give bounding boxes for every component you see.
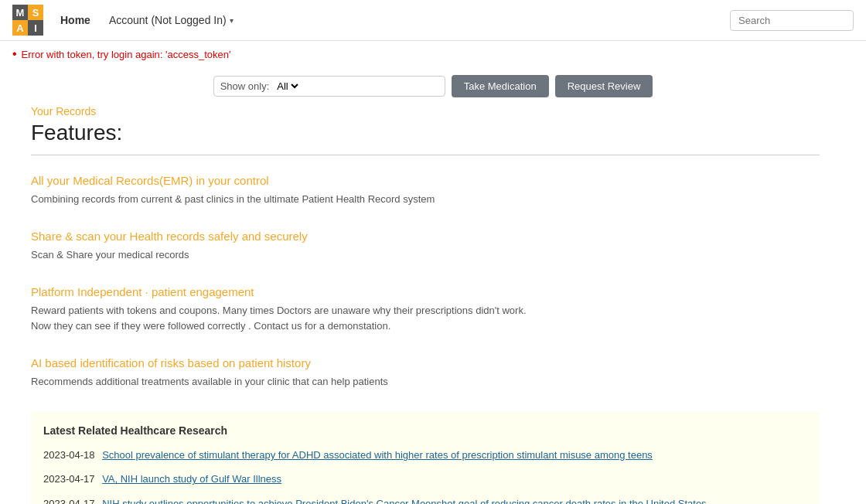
feature-item-4: AI based identification of risks based o… [31,356,820,390]
action-bar: Show only: All Take Medication Request R… [0,67,866,105]
research-item-3: 2023-04-17 NIH study outlines opportunit… [43,496,807,504]
nav-account-label: Account (Not Logged In) [109,14,227,26]
feature-title-3[interactable]: Platform Independent · patient engagemen… [31,285,820,298]
feature-desc-4: Recommends additional treatments availab… [31,374,820,390]
nav-account-dropdown[interactable]: Account (Not Logged In) ▾ [101,11,241,29]
logo-cell-m: M [12,5,28,20]
nav-links: Home Account (Not Logged In) ▾ [53,11,730,29]
feature-desc-2: Scan & Share your medical records [31,247,820,264]
error-dot-icon: • [12,47,17,61]
research-link-1[interactable]: School prevalence of stimulant therapy f… [102,449,653,461]
logo-cell-s: S [28,5,43,20]
request-review-button[interactable]: Request Review [555,75,653,97]
research-link-2[interactable]: VA, NIH launch study of Gulf War Illness [102,473,281,485]
features-title: Features: [31,121,820,145]
search-input[interactable] [730,10,854,31]
feature-desc-1: Combining records from current & past cl… [31,192,820,208]
logo-cell-i: I [28,20,43,36]
your-records-label: Your Records [31,105,820,117]
take-medication-button[interactable]: Take Medication [452,75,549,97]
feature-title-1[interactable]: All your Medical Records(EMR) in your co… [31,174,820,187]
research-date-1: 2023-04-18 [43,449,95,461]
nav-home[interactable]: Home [53,11,98,29]
navbar: M S A I Home Account (Not Logged In) ▾ [0,0,866,41]
show-only-group: Show only: All [213,76,445,97]
feature-item-1: All your Medical Records(EMR) in your co… [31,174,820,208]
feature-title-4[interactable]: AI based identification of risks based o… [31,356,820,369]
show-only-select[interactable]: All [274,80,301,93]
research-section-title: Latest Related Healthcare Research [43,424,807,437]
research-section: Latest Related Healthcare Research 2023-… [31,412,820,504]
feature-title-2[interactable]: Share & scan your Health records safely … [31,230,820,243]
research-item-2: 2023-04-17 VA, NIH launch study of Gulf … [43,472,807,487]
show-only-label: Show only: [220,80,270,92]
logo-cell-a: A [12,20,28,36]
feature-item-2: Share & scan your Health records safely … [31,230,820,264]
feature-item-3: Platform Independent · patient engagemen… [31,285,820,335]
search-box [730,10,854,31]
main-content: Your Records Features: All your Medical … [0,105,851,504]
feature-desc-3: Reward patients with tokens and coupons.… [31,303,820,335]
research-date-2: 2023-04-17 [43,473,95,485]
error-message: Error with token, try login again: 'acce… [22,49,231,60]
research-date-3: 2023-04-17 [43,498,95,504]
error-banner: • Error with token, try login again: 'ac… [0,41,866,67]
app-logo[interactable]: M S A I [12,5,43,36]
research-link-3[interactable]: NIH study outlines opportunities to achi… [102,498,707,504]
research-item-1: 2023-04-18 School prevalence of stimulan… [43,448,807,463]
dropdown-caret-icon: ▾ [230,16,234,25]
divider [31,155,820,155]
